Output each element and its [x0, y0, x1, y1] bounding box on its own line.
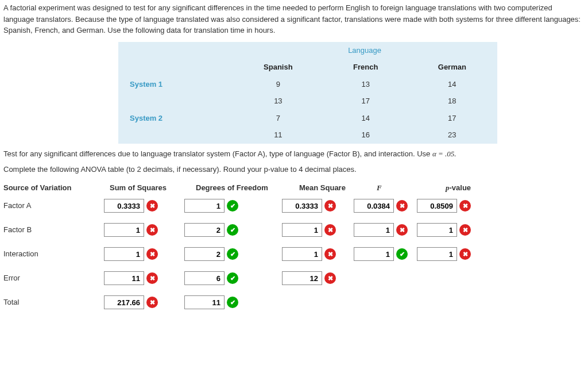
- anova-row: Total: [3, 295, 585, 309]
- hdr-source: Source of Variation: [3, 182, 110, 194]
- row-blank: [118, 93, 232, 110]
- x-icon: [146, 272, 158, 284]
- input-df[interactable]: [184, 223, 225, 237]
- anova-row: Interaction: [3, 247, 585, 261]
- row-system2: System 2: [118, 110, 232, 127]
- x-icon: [324, 200, 336, 212]
- row-label: Factor B: [3, 224, 104, 236]
- check-icon: [227, 248, 238, 260]
- input-ss[interactable]: [104, 199, 144, 213]
- test-instruction: Test for any significant differences due…: [3, 148, 585, 160]
- hdr-f: F: [377, 182, 446, 194]
- alpha-expr: α = .05.: [432, 149, 457, 158]
- cell: 17: [324, 93, 407, 110]
- cell: 14: [324, 110, 407, 127]
- x-icon: [146, 248, 158, 260]
- check-icon: [227, 200, 238, 212]
- input-ms[interactable]: [282, 247, 322, 261]
- cell: 17: [407, 110, 497, 127]
- cell: 16: [324, 126, 407, 144]
- x-icon: [459, 248, 471, 260]
- input-ss[interactable]: [104, 223, 144, 237]
- input-p[interactable]: [417, 223, 457, 237]
- cell: 13: [324, 76, 407, 93]
- hdr-ms: Mean Square: [299, 182, 377, 194]
- cell: 23: [407, 126, 497, 144]
- anova-row: Factor A: [3, 199, 585, 213]
- x-icon: [459, 200, 471, 212]
- check-icon: [227, 297, 238, 308]
- anova-header-row: Source of Variation Sum of Squares Degre…: [3, 182, 585, 194]
- x-icon: [146, 297, 158, 308]
- x-icon: [324, 224, 336, 236]
- input-f[interactable]: [354, 247, 394, 261]
- check-icon: [396, 248, 408, 260]
- anova-row: Error: [3, 271, 585, 285]
- input-df[interactable]: [184, 199, 225, 213]
- cell: 9: [232, 76, 324, 93]
- cell: 7: [232, 110, 324, 127]
- hdr-df: Degrees of Freedom: [196, 182, 299, 194]
- input-ms[interactable]: [282, 223, 322, 237]
- x-icon: [146, 200, 158, 212]
- input-df[interactable]: [184, 295, 225, 309]
- row-blank: [118, 126, 232, 144]
- x-icon: [146, 224, 158, 236]
- row-label: Factor A: [3, 200, 104, 212]
- input-df[interactable]: [184, 247, 225, 261]
- anova-row: Factor B: [3, 223, 585, 237]
- input-f[interactable]: [354, 223, 394, 237]
- input-ss[interactable]: [104, 295, 144, 309]
- hdr-p: p-value: [446, 182, 514, 194]
- cell: 18: [407, 93, 497, 110]
- input-ss[interactable]: [104, 247, 144, 261]
- language-header: Language: [232, 42, 497, 59]
- input-p[interactable]: [417, 199, 457, 213]
- col-french: French: [324, 59, 407, 76]
- row-label: Error: [3, 272, 104, 284]
- x-icon: [459, 224, 471, 236]
- data-table-wrap: Language Spanish French German System 1 …: [118, 42, 585, 144]
- input-f[interactable]: [354, 199, 394, 213]
- cell: 13: [232, 93, 324, 110]
- hdr-ss: Sum of Squares: [110, 182, 196, 194]
- input-df[interactable]: [184, 271, 225, 285]
- col-spanish: Spanish: [232, 59, 324, 76]
- x-icon: [396, 200, 408, 212]
- check-icon: [227, 224, 238, 236]
- row-label: Interaction: [3, 248, 104, 260]
- problem-intro: A factorial experiment was designed to t…: [3, 2, 585, 36]
- data-table: Language Spanish French German System 1 …: [118, 42, 497, 144]
- input-p[interactable]: [417, 247, 457, 261]
- x-icon: [324, 248, 336, 260]
- x-icon: [396, 224, 408, 236]
- col-german: German: [407, 59, 497, 76]
- cell: 11: [232, 126, 324, 144]
- input-ms[interactable]: [282, 199, 322, 213]
- complete-instruction: Complete the following ANOVA table (to 2…: [3, 164, 585, 175]
- x-icon: [324, 272, 336, 284]
- check-icon: [227, 272, 238, 284]
- row-system1: System 1: [118, 76, 232, 93]
- row-label: Total: [3, 297, 104, 308]
- input-ms[interactable]: [282, 271, 322, 285]
- cell: 14: [407, 76, 497, 93]
- input-ss[interactable]: [104, 271, 144, 285]
